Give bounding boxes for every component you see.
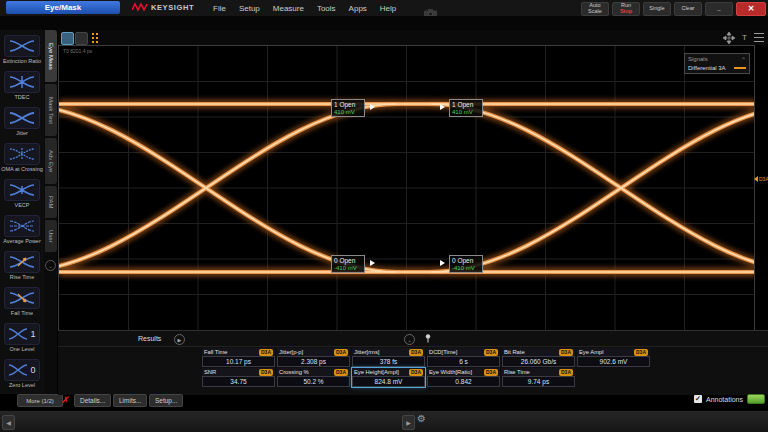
tab-bar: Waveform ▶ ● Limit (Waveforms) : 500 (0, 16, 768, 30)
tool-average-power[interactable]: Average Power (1, 212, 43, 248)
eye-icon (9, 75, 35, 89)
annotations-toggle-group: ✓ Annotations (694, 394, 765, 404)
minimize-button[interactable]: _ (705, 2, 733, 16)
scroll-right-icon[interactable]: ▶ (402, 415, 415, 430)
close-button[interactable]: ✕ (736, 2, 766, 16)
run-stop-button[interactable]: RunStop (612, 2, 640, 16)
clear-button[interactable]: Clear (674, 2, 702, 16)
annotation-zero-open-right[interactable]: 0 Open-410 mV (449, 255, 483, 273)
title-bar: Eye/Mask KEYSIGHT File Setup Measure Too… (0, 0, 768, 17)
tab-mask-test[interactable]: Mask Test (45, 84, 57, 136)
pan-icon[interactable] (723, 32, 735, 44)
tool-one-level[interactable]: 1 One Level (1, 320, 43, 356)
tool-vecp[interactable]: VECP (1, 176, 43, 212)
annotations-label: Annotations (706, 396, 743, 403)
result-fall-time[interactable]: Fall TimeD3A 10.17 ps (202, 348, 275, 367)
new-view-button[interactable] (61, 32, 74, 45)
annotation-one-open-left[interactable]: 1 Open410 mV (331, 99, 365, 117)
eye-diagram-plot[interactable]: T0 8201.4 ps Signals ⌃ Differential 3A 1… (58, 45, 755, 331)
measurement-sidebar: Extinction Ratio TDEC Jitter OMA at Cros… (0, 30, 44, 394)
view-options-button[interactable] (75, 32, 88, 45)
keysight-logo: KEYSIGHT (132, 2, 194, 12)
strip-collapse-icon[interactable]: ⌄ (45, 260, 56, 271)
eye-icon (8, 363, 28, 377)
drag-handle-icon[interactable] (96, 33, 98, 35)
source-badge: D3A (484, 369, 498, 376)
menu-setup[interactable]: Setup (239, 4, 260, 13)
result-eye-ampl[interactable]: Eye AmplD3A 902.6 mV (577, 348, 650, 367)
annotations-checkbox[interactable]: ✓ (694, 395, 702, 403)
marker-arrow-icon (440, 104, 445, 110)
results-header: Results ▶ ⌄ (58, 331, 768, 347)
eye-fall-icon (9, 291, 35, 305)
results-title: Results (138, 335, 161, 342)
menu-file[interactable]: File (213, 4, 226, 13)
result-dcd-time[interactable]: DCD[Time]D3A 6 s (427, 348, 500, 367)
trace-color-swatch (734, 67, 746, 69)
source-badge: D3A (259, 349, 273, 356)
tool-rise-time[interactable]: Rise Time (1, 248, 43, 284)
tab-pam[interactable]: PAM (45, 186, 57, 218)
result-eye-height[interactable]: Eye Height[Ampl]D3A 824.8 mV (352, 368, 425, 387)
app-window: Eye/Mask KEYSIGHT File Setup Measure Too… (0, 0, 768, 432)
eye-icon (9, 111, 35, 125)
brand-text: KEYSIGHT (151, 3, 194, 12)
annotations-indicator[interactable] (747, 394, 765, 404)
source-badge: D3A (334, 349, 348, 356)
result-bit-rate[interactable]: Bit RateD3A 26.060 Gb/s (502, 348, 575, 367)
results-collapse-icon[interactable]: ⌄ (404, 334, 415, 345)
result-jitter-rms[interactable]: Jitter[rms]D3A 378 fs (352, 348, 425, 367)
results-row-2: SNRD3A 34.75 Crossing %D3A 50.2 % Eye He… (202, 368, 650, 387)
eye-icon (9, 219, 35, 233)
scroll-left-icon[interactable]: ◀ (2, 415, 15, 430)
eye-icon (8, 327, 28, 341)
annotation-one-open-right[interactable]: 1 Open410 mV (449, 99, 483, 117)
tab-adv-eye[interactable]: Adv Eye (45, 138, 57, 184)
eye-icon (9, 183, 35, 197)
source-badge: D3A (334, 369, 348, 376)
tool-zero-level[interactable]: 0 Zero Level (1, 356, 43, 392)
single-button[interactable]: Single (643, 2, 671, 16)
result-snr[interactable]: SNRD3A 34.75 (202, 368, 275, 387)
pin-icon[interactable] (424, 334, 432, 343)
auto-scale-button[interactable]: AutoScale (581, 2, 609, 16)
result-rise-time[interactable]: Rise TimeD3A 9.74 ps (502, 368, 575, 387)
result-jitter-pp[interactable]: Jitter[p-p]D3A 2.308 ps (277, 348, 350, 367)
tool-extinction-ratio[interactable]: Extinction Ratio (1, 32, 43, 68)
tool-fall-time[interactable]: Fall Time (1, 284, 43, 320)
results-row-1: Fall TimeD3A 10.17 ps Jitter[p-p]D3A 2.3… (202, 348, 650, 367)
tool-jitter[interactable]: Jitter (1, 104, 43, 140)
limits-button[interactable]: Limits... (113, 394, 147, 407)
legend-collapse-icon[interactable]: ⌃ (741, 56, 746, 63)
drag-handle-icon[interactable] (92, 33, 94, 35)
menu-icon[interactable] (754, 33, 764, 42)
eye-icon (9, 147, 35, 161)
source-badge: D3A (559, 349, 573, 356)
tab-eye-meas[interactable]: Eye Meas (45, 30, 57, 82)
annotation-zero-open-left[interactable]: 0 Open-410 mV (331, 255, 365, 273)
menu-tools[interactable]: Tools (317, 4, 336, 13)
menu-apps[interactable]: Apps (349, 4, 367, 13)
result-eye-width[interactable]: Eye Width[Ratio]D3A 0.842 (427, 368, 500, 387)
legend-entry[interactable]: Differential 3A (688, 65, 726, 71)
eye-diagram-waveform (59, 46, 754, 330)
gear-icon[interactable]: ⚙ (417, 413, 426, 424)
source-badge: D3A (484, 349, 498, 356)
menu-measure[interactable]: Measure (273, 4, 304, 13)
tool-tdec[interactable]: TDEC (1, 68, 43, 104)
window-controls: AutoScale RunStop Single Clear _ ✕ (581, 2, 766, 16)
results-expand-icon[interactable]: ▶ (174, 334, 185, 345)
setup-button[interactable]: Setup... (149, 394, 183, 407)
marker-arrow-icon (370, 260, 375, 266)
results-table: Fall TimeD3A 10.17 ps Jitter[p-p]D3A 2.3… (202, 348, 650, 387)
menu-help[interactable]: Help (380, 4, 396, 13)
sidebar-tab-strip: Eye Meas Mask Test Adv Eye PAM User ⌄ (44, 30, 57, 394)
tab-user[interactable]: User (45, 220, 57, 252)
tool-oma-at-crossing[interactable]: OMA at Crossing (1, 140, 43, 176)
details-button[interactable]: Details... (74, 394, 111, 407)
trigger-marker-icon[interactable]: T (742, 33, 747, 42)
keysight-spark-icon (132, 2, 148, 12)
result-crossing[interactable]: Crossing %D3A 50.2 % (277, 368, 350, 387)
more-tools-button[interactable]: More (1/2) (17, 394, 63, 407)
mode-button[interactable]: Eye/Mask (6, 1, 120, 14)
